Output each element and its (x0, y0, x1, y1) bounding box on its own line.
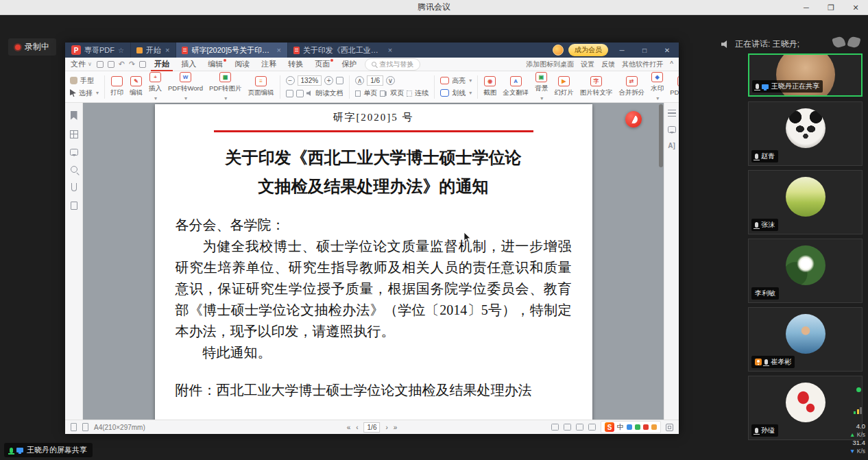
promo-badge[interactable] (625, 111, 642, 128)
ime-mic-icon[interactable] (635, 424, 640, 430)
insert-button[interactable]: + 插入 (146, 72, 165, 101)
fit-height-icon[interactable] (296, 90, 304, 97)
status-page-indicator[interactable]: 1/6 (364, 422, 381, 433)
attachment-icon[interactable] (71, 183, 77, 191)
pdf-minimize-button[interactable]: ─ (613, 43, 631, 58)
read-aloud-button[interactable]: 朗读文档 (316, 88, 343, 98)
menu-convert[interactable]: 转换 (285, 58, 306, 71)
bookmark-icon[interactable] (71, 111, 77, 120)
vertical-scrollbar[interactable] (659, 104, 663, 418)
restore-button[interactable]: ❐ (819, 0, 843, 15)
save-icon[interactable] (97, 61, 104, 68)
tab-close-icon[interactable]: × (165, 46, 170, 54)
zoom-in-button[interactable]: + (324, 76, 333, 85)
ocr-button[interactable]: 字 图片转文字 (577, 76, 616, 97)
next-page-button[interactable]: › (385, 424, 387, 431)
video-tile-cuixiaobin[interactable]: 崔孝彬 (748, 307, 863, 372)
become-member-button[interactable]: 成为会员 (568, 44, 608, 56)
file-menu[interactable]: 文件 ∨ (71, 59, 92, 69)
menu-insert[interactable]: 插入 (178, 58, 200, 71)
zoom-out-button[interactable]: − (286, 76, 295, 85)
merge-split-button[interactable]: ⇄ 合并拆分 (616, 76, 647, 97)
ime-mode-toggle[interactable]: 中 (617, 422, 624, 432)
find-replace-search[interactable]: 查找与替换 (365, 58, 420, 71)
thumbnails-icon[interactable] (70, 130, 78, 138)
redo-icon[interactable]: ↷ (129, 60, 135, 69)
close-button[interactable]: ✕ (843, 0, 868, 15)
ime-emoji-icon[interactable] (643, 424, 649, 430)
single-page-button[interactable]: 单页 (363, 88, 377, 98)
fit-width-icon[interactable] (286, 90, 293, 97)
settings-link[interactable]: 设置 (581, 60, 594, 69)
print-icon[interactable] (108, 61, 114, 68)
video-tile-wangxiaodan[interactable]: 王晓丹正在共享 (748, 53, 863, 97)
screenshot-button[interactable]: ◉ 截图 (481, 76, 499, 97)
menu-edit[interactable]: 编辑 (204, 58, 226, 71)
video-tile-zhangmo[interactable]: 张沫 (748, 170, 863, 234)
video-tile-liliming[interactable]: 李利敏 (748, 239, 863, 303)
favorite-star-icon[interactable]: ☆ (118, 47, 124, 54)
text-panel-icon[interactable]: A] (668, 143, 675, 149)
open-with-other-link[interactable]: 其他软件打开 (622, 60, 663, 69)
collapse-ribbon-icon[interactable]: ^ (670, 60, 673, 68)
menu-page[interactable]: 页面 (311, 58, 333, 71)
menu-protect[interactable]: 保护 (338, 58, 360, 71)
pdf-to-word-button[interactable]: W PDF转Word (165, 72, 206, 101)
tab-home[interactable]: 开始 × (130, 43, 176, 58)
hand-tool-button[interactable]: 手型 (70, 76, 99, 86)
properties-panel-icon[interactable] (668, 110, 676, 117)
recording-indicator[interactable]: 录制中 (8, 38, 56, 56)
pdf-close-button[interactable]: ✕ (658, 43, 676, 58)
document-area[interactable]: 研字[2020]5 号 关于印发《西北工业大学博士硕士学位论文抽检及结果处理办法… (83, 103, 664, 420)
screen-share-pill[interactable]: 王晓丹的屏幕共享 (4, 443, 93, 457)
tab-close-icon[interactable]: × (387, 46, 393, 54)
page-indicator-input[interactable]: 1/6 (367, 75, 383, 86)
view-mode-icon[interactable] (551, 424, 559, 431)
next-page-button[interactable]: ∨ (386, 76, 395, 85)
menu-start[interactable]: 开始 (151, 58, 173, 71)
pdf-maximize-button[interactable]: □ (636, 43, 653, 58)
search-panel-icon[interactable] (71, 166, 77, 173)
fullscreen-icon[interactable] (666, 424, 673, 431)
fit-page-icon[interactable] (336, 77, 343, 84)
tab-document-2[interactable]: 关于印发《西北工业大学研... × (287, 43, 398, 58)
background-button[interactable]: ▣ 背景 (532, 72, 551, 101)
home-icon[interactable] (139, 61, 146, 68)
highlight-button[interactable]: 高亮 (440, 76, 472, 86)
pdf-to-image-button[interactable]: ▦ PDF转图片 (206, 72, 245, 101)
rotate-view-icon[interactable] (588, 424, 596, 431)
ime-pen-icon[interactable] (627, 424, 632, 430)
video-tile-sunyi[interactable]: 孙缢 (748, 376, 863, 440)
last-page-button[interactable]: » (394, 424, 398, 431)
menu-annotate[interactable]: 注释 (258, 58, 280, 71)
continuous-button[interactable]: 连续 (415, 88, 429, 98)
add-desktop-icon-link[interactable]: 添加图标到桌面 (526, 60, 574, 69)
ime-toolbar[interactable]: S 中 (601, 421, 661, 433)
double-page-button[interactable]: 双页 (390, 88, 404, 98)
tab-document-1[interactable]: 研字[2020]5号关于印发《西... × (176, 43, 287, 58)
zoom-level[interactable]: 132% (298, 75, 322, 86)
comment-panel-icon[interactable] (668, 126, 676, 133)
reading-mode-icon[interactable] (564, 424, 571, 431)
minimize-button[interactable]: ─ (794, 0, 819, 15)
edit-button[interactable]: ✎ 编辑 (127, 76, 145, 97)
account-avatar[interactable] (553, 45, 564, 56)
page-layout-icon[interactable] (82, 423, 88, 431)
comments-icon[interactable] (70, 149, 78, 156)
page-edit-button[interactable]: ≡ 页面编辑 (245, 76, 277, 97)
split-view-icon[interactable] (576, 424, 583, 431)
translate-button[interactable]: A 全文翻译 (500, 76, 531, 97)
signature-icon[interactable] (71, 202, 77, 210)
pdf-page[interactable]: 研字[2020]5 号 关于印发《西北工业大学博士硕士学位论文抽检及结果处理办法… (155, 104, 592, 420)
underline-button[interactable]: 划线 (440, 88, 472, 98)
compress-button[interactable]: ⇅ PDF压缩 (667, 76, 679, 97)
ime-toolbox-icon[interactable] (651, 424, 657, 430)
first-page-button[interactable]: « (347, 424, 351, 431)
tab-close-icon[interactable]: × (276, 46, 281, 54)
sogou-logo-icon[interactable]: S (605, 422, 614, 432)
prev-page-button[interactable]: ‹ (356, 424, 358, 431)
page-size-icon[interactable] (71, 423, 77, 431)
menu-read[interactable]: 阅读 (231, 58, 253, 71)
video-tile-zhaoqing[interactable]: 赵青 (748, 101, 863, 166)
scrollbar-thumb[interactable] (659, 104, 663, 167)
